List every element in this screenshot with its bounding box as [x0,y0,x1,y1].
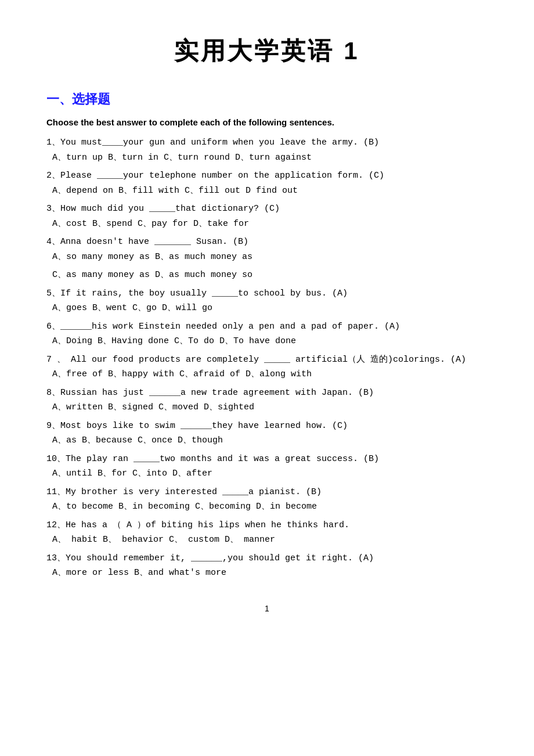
question-block: 12、He has a （ A ）of biting his lips when… [46,518,488,548]
question-block: 1、You must____your gun and uniform when … [46,135,488,165]
question-text: 2、Please _____your telephone number on t… [46,168,488,183]
options-block: A、Doing B、Having done C、To do D、To have … [46,334,488,349]
question-text: 10、The play ran _____two months and it w… [46,452,488,467]
question-block: 9、Most boys like to swim ______they have… [46,419,488,448]
question-block: 10、The play ran _____two months and it w… [46,452,488,481]
question-text: 13、You should remember it, ______,you sh… [46,551,488,566]
options-block: A、goes B、went C、go D、will go [46,301,488,316]
options-block: A、depend on B、fill with C、fill out D fin… [46,183,488,199]
question-block: 5、If it rains, the boy usually _____to s… [46,286,488,316]
options-block: C、as many money as D、as much money so [46,268,488,283]
question-text: 1、You must____your gun and uniform when … [46,135,488,150]
question-text: 9、Most boys like to swim ______they have… [46,419,488,434]
options-block: A、written B、signed C、moved D、sighted [46,400,488,415]
question-block: 6、______his work Einstein needed only a … [46,319,488,349]
question-text: 12、He has a （ A ）of biting his lips when… [46,518,488,533]
question-text: 3、How much did you _____that dictionary?… [46,201,488,217]
question-text: 8、Russian has just ______a new trade agr… [46,386,488,401]
instruction: Choose the best answer to complete each … [46,117,488,127]
question-block: 11、My brother is very interested _____a … [46,485,488,514]
question-block: 2、Please _____your telephone number on t… [46,168,488,198]
options-block: A、to become B、in becoming C、becoming D、i… [46,499,488,514]
question-block: 4、Anna doesn't have _______ Susan. (B)A、… [46,235,488,264]
options-block: A、turn up B、turn in C、turn round D、turn … [46,150,488,165]
questions-container: 1、You must____your gun and uniform when … [46,135,488,581]
question-text: 4、Anna doesn't have _______ Susan. (B) [46,235,488,250]
question-text: 11、My brother is very interested _____a … [46,485,488,500]
options-block: A、free of B、happy with C、afraid of D、alo… [46,367,488,382]
question-text: 5、If it rains, the boy usually _____to s… [46,286,488,301]
options-block: A、more or less B、and what's more [46,566,488,581]
question-block: 3、How much did you _____that dictionary?… [46,201,488,231]
question-text: 6、______his work Einstein needed only a … [46,319,488,334]
section-title: 一、选择题 [46,91,488,108]
question-block: C、as many money as D、as much money so [46,268,488,283]
question-block: 13、You should remember it, ______,you sh… [46,551,488,581]
question-text: 7 、 All our food products are completely… [46,352,488,368]
options-block: A、until B、for C、into D、after [46,466,488,481]
options-block: A、 habit B、 behavior C、 custom D、 manner [46,532,488,548]
options-block: A、as B、because C、once D、though [46,433,488,448]
page-title: 实用大学英语 1 [46,35,488,67]
options-block: A、so many money as B、as much money as [46,250,488,265]
question-block: 8、Russian has just ______a new trade agr… [46,386,488,415]
question-block: 7 、 All our food products are completely… [46,352,488,382]
page-number: 1 [46,604,488,613]
options-block: A、cost B、spend C、pay for D、take for [46,217,488,232]
